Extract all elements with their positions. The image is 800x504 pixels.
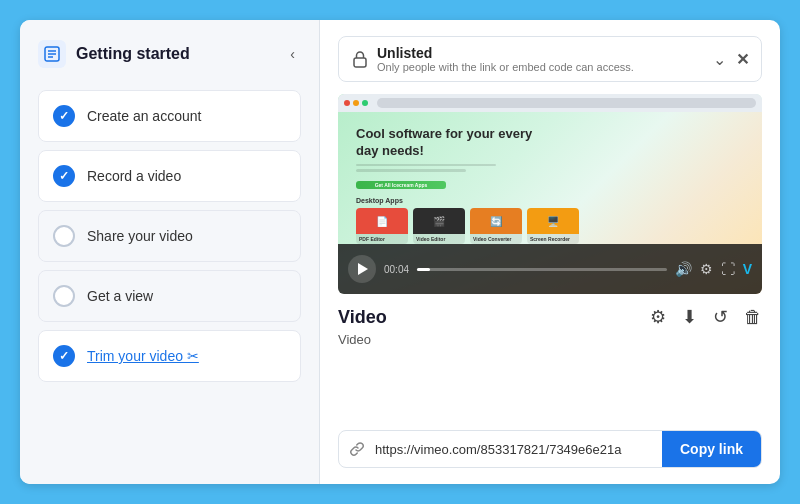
getting-started-icon xyxy=(38,40,66,68)
desc-line-1 xyxy=(356,164,496,167)
step-label-trim[interactable]: Trim your video ✂ xyxy=(87,348,199,364)
progress-fill xyxy=(417,268,429,271)
app-card-pdf: 📄 PDF Editor xyxy=(356,208,408,244)
video-preview: Cool software for your every day needs! … xyxy=(338,94,762,294)
link-url: https://vimeo.com/853317821/7349e6e21a xyxy=(375,432,662,467)
browser-dot-green xyxy=(362,100,368,106)
video-subtitle: Video xyxy=(338,332,762,347)
left-panel: Getting started ‹ Create an account Reco… xyxy=(20,20,320,484)
video-timestamp: 00:04 xyxy=(384,264,409,275)
video-headline: Cool software for your every day needs! xyxy=(356,126,536,160)
vimeo-icon[interactable]: V xyxy=(743,261,752,277)
unlisted-right: ⌄ ✕ xyxy=(713,50,749,69)
left-header-left: Getting started xyxy=(38,40,190,68)
control-icons: 🔊 ⚙ ⛶ V xyxy=(675,261,752,277)
play-triangle-icon xyxy=(358,263,368,275)
promo-button: Get All Icecream Apps xyxy=(356,181,446,189)
video-title: Video xyxy=(338,307,387,328)
browser-dot-red xyxy=(344,100,350,106)
step-label-create: Create an account xyxy=(87,108,201,124)
volume-icon[interactable]: 🔊 xyxy=(675,261,692,277)
unlisted-description: Only people with the link or embed code … xyxy=(377,61,634,73)
desktop-apps-label: Desktop Apps xyxy=(356,197,403,204)
panel-title: Getting started xyxy=(76,45,190,63)
chevron-down-icon[interactable]: ⌄ xyxy=(713,50,726,69)
step-label-view: Get a view xyxy=(87,288,153,304)
lock-icon xyxy=(351,50,369,68)
app-cards-row: 📄 PDF Editor 🎬 Video Editor 🔄 Video Conv… xyxy=(356,208,579,244)
step-check-view xyxy=(53,285,75,307)
settings-action-icon[interactable]: ⚙ xyxy=(650,306,666,328)
video-content-area: Cool software for your every day needs! … xyxy=(338,112,762,244)
app-card-screen: 🖥️ Screen Recorder xyxy=(527,208,579,244)
step-share-video: Share your video xyxy=(38,210,301,262)
browser-top-bar xyxy=(338,94,762,112)
step-trim-video[interactable]: Trim your video ✂ xyxy=(38,330,301,382)
svg-rect-4 xyxy=(354,58,366,67)
video-info-row: Video ⚙ ⬇ ↺ 🗑 xyxy=(338,306,762,328)
browser-dot-yellow xyxy=(353,100,359,106)
step-label-share: Share your video xyxy=(87,228,193,244)
step-get-view: Get a view xyxy=(38,270,301,322)
video-action-icons: ⚙ ⬇ ↺ 🗑 xyxy=(650,306,762,328)
step-record-video: Record a video xyxy=(38,150,301,202)
video-controls: 00:04 🔊 ⚙ ⛶ V xyxy=(338,244,762,294)
step-check-trim xyxy=(53,345,75,367)
settings-icon[interactable]: ⚙ xyxy=(700,261,713,277)
fullscreen-icon[interactable]: ⛶ xyxy=(721,261,735,277)
download-action-icon[interactable]: ⬇ xyxy=(682,306,697,328)
app-card-converter: 🔄 Video Converter xyxy=(470,208,522,244)
play-button[interactable] xyxy=(348,255,376,283)
link-icon xyxy=(339,441,375,457)
address-bar xyxy=(377,98,756,108)
left-header: Getting started ‹ xyxy=(38,40,301,68)
unlisted-bar: Unlisted Only people with the link or em… xyxy=(338,36,762,82)
copy-link-button[interactable]: Copy link xyxy=(662,431,761,467)
collapse-button[interactable]: ‹ xyxy=(284,44,301,64)
progress-bar[interactable] xyxy=(417,268,667,271)
step-label-record: Record a video xyxy=(87,168,181,184)
unlisted-text: Unlisted Only people with the link or em… xyxy=(377,45,634,73)
step-check-create xyxy=(53,105,75,127)
unlisted-title: Unlisted xyxy=(377,45,634,61)
main-container: Getting started ‹ Create an account Reco… xyxy=(20,20,780,484)
step-create-account: Create an account xyxy=(38,90,301,142)
desc-line-2 xyxy=(356,169,466,172)
app-card-video: 🎬 Video Editor xyxy=(413,208,465,244)
close-icon[interactable]: ✕ xyxy=(736,50,749,69)
delete-action-icon[interactable]: 🗑 xyxy=(744,307,762,328)
refresh-action-icon[interactable]: ↺ xyxy=(713,306,728,328)
video-inner: Cool software for your every day needs! … xyxy=(338,94,762,294)
copy-link-bar: https://vimeo.com/853317821/7349e6e21a C… xyxy=(338,430,762,468)
step-check-share xyxy=(53,225,75,247)
unlisted-left: Unlisted Only people with the link or em… xyxy=(351,45,634,73)
right-panel: Unlisted Only people with the link or em… xyxy=(320,20,780,484)
step-check-record xyxy=(53,165,75,187)
